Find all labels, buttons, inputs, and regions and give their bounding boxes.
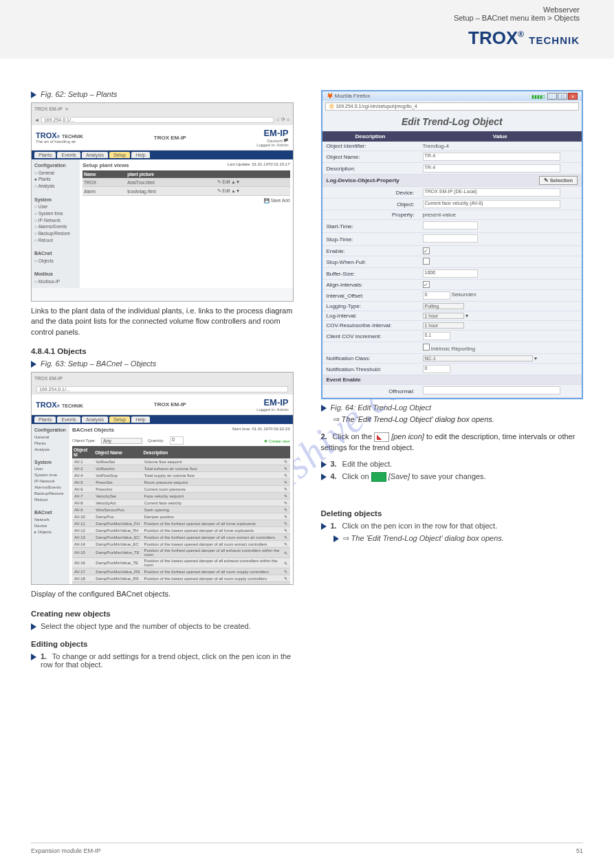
triangle-icon <box>321 474 327 480</box>
fig62-description: Links to the plant data of the individua… <box>31 306 294 337</box>
browser-toolbar-icons: ☆ ⟳ ⌂ <box>276 117 289 122</box>
fig64-caption: Fig. 64: Edit Trend-Log Object <box>331 403 432 412</box>
fig64-caption-row: Fig. 64: Edit Trend-Log Object <box>321 403 584 412</box>
browser-tabbar: TROX EM-IP × <box>32 103 293 114</box>
close-icon: × <box>568 93 578 100</box>
footer-page-number: 51 <box>576 847 583 854</box>
table-row: AV-7VelocitySetFace velocity setpoint✎ <box>72 493 290 500</box>
browser-addrbar: ◄ 169.254.0.1/... ☆ ⟳ ⌂ <box>32 114 293 125</box>
fig64-screenshot: 🦊 Mozilla Firefox ▮▮▮▮▯ _□× 🔆 169.254.0.… <box>321 90 584 399</box>
battery-icon: ▮▮▮▮▯ <box>531 94 545 100</box>
table-row: AV-12DampPosMinValue_FHPosition of the l… <box>72 527 290 534</box>
result-note-1: ⇨ The 'Edit Trend-Log Object' dialog box… <box>333 414 584 425</box>
page-footer: Expansion module EM-IP 51 <box>31 843 583 854</box>
table-row: AV-14DampPosMinValue_ECPosition of the l… <box>72 541 290 548</box>
triangle-icon <box>321 523 327 530</box>
table-row: AV-11DampPosMaxValue_FHPosition of the f… <box>72 520 290 527</box>
main-tabs: Plants Events Analysis Setup Help <box>32 415 293 424</box>
selection-button: ✎ Selection <box>539 176 578 185</box>
maximize-icon: □ <box>558 93 567 100</box>
tab-analysis: Analysis <box>82 152 108 158</box>
deleting-objects-heading: Deleting objects <box>321 509 584 518</box>
step-edit-1: 1. To change or add settings for a trend… <box>31 652 294 669</box>
table-row: AV-13DampPosMaxValue_ECPosition of the f… <box>72 534 290 541</box>
tab-help: Help <box>131 152 149 158</box>
browser-tabbar: TROX EM-IP <box>32 372 293 383</box>
main-heading: Setup plant views <box>83 162 129 168</box>
triangle-icon <box>333 535 339 542</box>
table-row: AV-6PressActCurrent room pressure✎ <box>72 486 290 493</box>
minimize-icon: _ <box>547 93 557 100</box>
section-line2: Setup – BACnet menu item > Objects <box>454 14 580 22</box>
logo-main: TROX <box>468 27 518 48</box>
logo-sub: TECHNIK <box>529 34 580 46</box>
editing-objects-heading: Editing objects <box>31 640 294 648</box>
tab-events: Events <box>57 152 80 158</box>
main-panel: BACnet Objects Start time: 01.01.1970 02… <box>69 424 293 585</box>
fig62-caption-row: Fig. 62: Setup – Plants <box>31 90 294 98</box>
step-2: 2. Click on the [pen icon] to edit the d… <box>321 432 584 453</box>
logo: TROX® TECHNIK <box>468 27 580 49</box>
app-body: Configuration General Plants Analysis Sy… <box>32 424 293 585</box>
plants-table: Nameplant picture TROXAnsiTrox.html✎ Edi… <box>83 170 290 196</box>
browser-addrbar: 169.254.0.1/... <box>32 383 293 394</box>
step-create-1: Select the object type and the number of… <box>31 622 294 630</box>
tab-close-icon: × <box>65 106 69 112</box>
tagline: The art of handling air <box>36 140 83 144</box>
main-panel: Setup plant views Last Update: 01.01.197… <box>80 159 293 288</box>
section-title: Webserver Setup – BACnet menu item > Obj… <box>454 5 580 22</box>
timestamp: Last Update: 01.01.1970 01:15:17 <box>228 162 290 170</box>
app-header: TROX® TECHNIK TROX EM-IP EM-IPLogged in:… <box>32 394 293 415</box>
triangle-icon <box>31 623 36 630</box>
table-row: AV-19VolOffset_TVolume flow shift (e.g. … <box>72 582 290 586</box>
section-4-8-4-1: 4.8.4.1 Objects <box>31 347 294 355</box>
right-column: 🦊 Mozilla Firefox ▮▮▮▮▯ _□× 🔆 169.254.0.… <box>321 86 584 671</box>
result-arrow-icon: ⇨ <box>333 415 340 423</box>
address-field: 169.254.0.1/... <box>41 117 274 123</box>
triangle-icon <box>31 91 36 98</box>
step-create-1-text: Select the object type and the number of… <box>41 622 251 630</box>
window-titlebar: 🦊 Mozilla Firefox ▮▮▮▮▯ _□× <box>322 91 582 101</box>
main-heading: BACnet Objects <box>72 427 114 433</box>
table-row: AV-16DampPosMinValue_TEPosition of the l… <box>72 558 290 568</box>
pencil-icon <box>374 432 389 442</box>
sidebar: Configuration ○ General ● Plants ○ Analy… <box>32 159 80 288</box>
main-tabs: Plants Events Analysis Setup Help <box>32 151 293 159</box>
window-title: Mozilla Firefox <box>335 93 371 99</box>
step-3: 3. Edit the object. <box>321 460 584 468</box>
footer-left: Expansion module EM-IP <box>31 847 101 854</box>
window-buttons: _□× <box>547 93 578 100</box>
result-note-text: The 'Edit Trend-Log Object' dialog box o… <box>342 415 494 423</box>
product-name: TROX EM-IP <box>154 135 186 141</box>
fig63-caption: Fig. 63: Setup – BACnet – Objects <box>41 359 156 368</box>
objects-table: Object IdObject NameDescription AV-1Volf… <box>72 446 290 585</box>
logo-reg: ® <box>518 30 524 39</box>
fig63-caption-row: Fig. 63: Setup – BACnet – Objects <box>31 359 294 368</box>
tab-plants: Plants <box>34 152 56 158</box>
triangle-icon <box>321 461 327 468</box>
app-logo: TROX® TECHNIK <box>36 131 83 140</box>
result-note-2: ⇨ The 'Edit Trend-Log Object' dialog box… <box>333 534 584 543</box>
dialog-address: 🔆 169.254.0.1/cgi-bin/setupobjmcg/tlo_4 <box>325 102 580 111</box>
app-header: TROX® TECHNIK The art of handling air TR… <box>32 125 293 151</box>
table-row: AV-2VolflowActTotal exhaust air volume f… <box>72 465 290 472</box>
table-row: AV-10DampPosDamper position✎ <box>72 513 290 520</box>
page-body: Fig. 62: Setup – Plants TROX EM-IP × ◄ 1… <box>0 86 614 671</box>
step-edit-1-text: To change or add settings for a trend ob… <box>41 652 291 669</box>
table-row: AlarmtroxAnlag.html✎ Edit ▲▼ <box>83 187 290 196</box>
triangle-icon <box>31 654 36 660</box>
tab-setup: Setup <box>109 152 130 158</box>
table-row: AV-18DampPosMinValue_RSPosition of the l… <box>72 575 290 582</box>
fig63-screenshot: TROX EM-IP 169.254.0.1/... TROX® TECHNIK… <box>31 372 294 585</box>
creating-objects-heading: Creating new objects <box>31 610 294 618</box>
app-body: Configuration ○ General ● Plants ○ Analy… <box>32 159 293 288</box>
triangle-icon <box>321 405 327 412</box>
fig62-caption: Fig. 62: Setup – Plants <box>41 90 117 98</box>
emip-branding: EM-IP Deutsch 🏴 Logged in: Admin <box>256 128 288 147</box>
timestamp: Start time: 01.01.1970 02:22:23 <box>232 427 289 435</box>
table-row: TROXAnsiTrox.html✎ Edit ▲▼ <box>83 178 290 187</box>
table-row: AV-4VolFlowSupTotal supply air volume fl… <box>72 472 290 479</box>
step-4: 4. Click on [Save] to save your changes. <box>321 472 584 482</box>
product-name: TROX EM-IP <box>154 401 186 408</box>
app-logo: TROX® TECHNIK <box>36 401 83 409</box>
